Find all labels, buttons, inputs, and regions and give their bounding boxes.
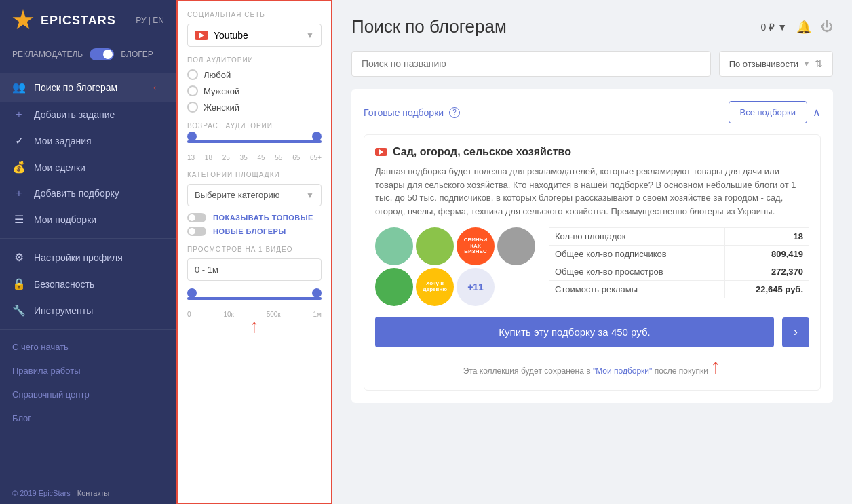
check-icon: ✓ bbox=[12, 134, 26, 147]
social-selected-value: Youtube bbox=[214, 30, 248, 41]
chevron-down-sort: ▼ bbox=[802, 59, 811, 69]
thumb-more[interactable]: +11 bbox=[457, 268, 495, 306]
stat-value: 809,419 bbox=[724, 246, 809, 263]
gender-female[interactable]: Женский bbox=[187, 102, 322, 113]
sidebar-item-label: Мои подборки bbox=[34, 214, 96, 225]
balance-display[interactable]: 0 ₽ ▼ bbox=[760, 22, 787, 33]
sort-select[interactable]: По отзывчивости ▼ ⇅ bbox=[719, 51, 833, 77]
sidebar-logo: EPICSTARS РУ | EN bbox=[0, 0, 176, 41]
show-top-label: ПОКАЗЫВАТЬ ТОПОВЫЕ bbox=[213, 214, 313, 222]
sidebar-item-my-tasks[interactable]: ✓ Мои задания bbox=[0, 128, 176, 154]
sidebar-item-add-task[interactable]: + Добавить задание bbox=[0, 102, 176, 128]
views-thumb-left[interactable] bbox=[187, 288, 197, 298]
blog-label: Блог bbox=[12, 413, 31, 423]
thumb-2 bbox=[416, 227, 454, 265]
copyright-text: © 2019 EpicStars bbox=[12, 489, 71, 497]
range-thumb-right[interactable] bbox=[312, 132, 322, 141]
help-label: Справочный центр bbox=[12, 389, 90, 400]
sidebar-item-tools[interactable]: 🔧 Инструменты bbox=[0, 297, 176, 324]
sidebar-item-search-bloggers[interactable]: 👥 Поиск по блогерам ← bbox=[0, 73, 176, 102]
collections-header: Готовые подборки ? Все подборки ∧ bbox=[364, 101, 821, 123]
social-network-label: СОЦИАЛЬНАЯ СЕТЬ bbox=[187, 11, 322, 18]
role-advertiser-label: РЕКЛАМОДАТЕЛЬ bbox=[12, 50, 83, 59]
start-label: С чего начать bbox=[12, 342, 69, 352]
role-blogger-label: БЛОГЕР bbox=[121, 50, 153, 59]
views-thumb-right[interactable] bbox=[312, 288, 322, 298]
stat-label: Общее кол-во подписчиков bbox=[549, 246, 725, 263]
yt-icon-card bbox=[375, 148, 387, 156]
exit-icon[interactable]: ⏻ bbox=[821, 20, 833, 34]
sidebar-item-my-deals[interactable]: 💰 Мои сделки bbox=[0, 154, 176, 180]
sidebar-item-profile-settings[interactable]: ⚙ Настройки профиля bbox=[0, 244, 176, 271]
age-label: ВОЗРАСТ АУДИТОРИИ bbox=[187, 122, 322, 130]
language-switcher[interactable]: РУ | EN bbox=[136, 16, 164, 25]
plus-icon: + bbox=[12, 109, 26, 121]
collection-thumbnails: СВИНЬИ КАК БИЗНЕС Хочу в Деревню +11 bbox=[375, 227, 535, 306]
gender-male[interactable]: Мужской bbox=[187, 85, 322, 96]
search-input[interactable] bbox=[351, 51, 711, 77]
lock-icon: 🔒 bbox=[12, 277, 26, 290]
sidebar-item-rules[interactable]: Правила работы bbox=[0, 359, 176, 383]
sidebar: EPICSTARS РУ | EN РЕКЛАМОДАТЕЛЬ БЛОГЕР 👥… bbox=[0, 0, 176, 504]
stat-value: 272,370 bbox=[724, 263, 809, 281]
sidebar-item-label: Мои сделки bbox=[34, 162, 85, 173]
collection-stats: Кол-во площадок 18 Общее кол-во подписчи… bbox=[549, 227, 809, 306]
collection-name: Сад, огород, сельское хозяйство bbox=[375, 146, 809, 158]
radio-circle bbox=[187, 69, 198, 80]
all-collections-button[interactable]: Все подборки bbox=[729, 101, 807, 123]
stat-value: 18 bbox=[724, 228, 809, 246]
gender-any[interactable]: Любой bbox=[187, 69, 322, 80]
social-network-select[interactable]: Youtube ▼ bbox=[187, 24, 322, 47]
plus-icon-2: + bbox=[12, 187, 26, 199]
collapse-icon[interactable]: ∧ bbox=[813, 106, 821, 119]
sidebar-item-my-collections[interactable]: ☰ Мои подборки bbox=[0, 206, 176, 233]
sidebar-item-start[interactable]: С чего начать bbox=[0, 335, 176, 359]
divider bbox=[0, 238, 176, 239]
divider-2 bbox=[0, 329, 176, 330]
new-bloggers-toggle[interactable] bbox=[187, 227, 206, 236]
collection-footer: Купить эту подборку за 450 руб. › bbox=[375, 317, 809, 347]
sidebar-item-label: Настройки профиля bbox=[34, 252, 123, 263]
toggle-knob bbox=[103, 50, 113, 59]
gender-female-label: Женский bbox=[204, 102, 239, 113]
sidebar-item-security[interactable]: 🔒 Безопасность bbox=[0, 271, 176, 297]
buy-collection-button[interactable]: Купить эту подборку за 450 руб. bbox=[375, 317, 774, 347]
note-after: после покупки bbox=[652, 366, 708, 376]
show-top-toggle[interactable] bbox=[187, 213, 206, 222]
role-toggle[interactable] bbox=[90, 48, 114, 60]
chevron-down-icon: ▼ bbox=[306, 31, 314, 40]
note-before: Эта коллекция будет сохранена в bbox=[463, 366, 593, 376]
notification-bell-icon[interactable]: 🔔 bbox=[796, 20, 811, 35]
stat-row: Общее кол-во подписчиков 809,419 bbox=[549, 246, 809, 263]
category-label: КАТЕГОРИИ ПЛОЩАДКИ bbox=[187, 171, 322, 178]
contacts-link[interactable]: Контакты bbox=[77, 489, 110, 497]
stat-row: Общее кол-во просмотров 272,370 bbox=[549, 263, 809, 281]
views-input[interactable] bbox=[187, 258, 322, 281]
play-triangle bbox=[199, 32, 204, 39]
collection-title-text: Сад, огород, сельское хозяйство bbox=[393, 146, 571, 158]
collection-description: Данная подборка будет полезна для реклам… bbox=[375, 165, 809, 218]
sidebar-item-blog[interactable]: Блог bbox=[0, 406, 176, 430]
category-select[interactable]: Выберите категорию ▼ bbox=[187, 184, 322, 206]
help-icon[interactable]: ? bbox=[449, 107, 460, 118]
filter-panel: СОЦИАЛЬНАЯ СЕТЬ Youtube ▼ ПОЛ АУДИТОРИИ … bbox=[176, 0, 332, 504]
toggle-knob-3 bbox=[189, 228, 195, 235]
gear-icon: ⚙ bbox=[12, 251, 26, 264]
my-collections-link[interactable]: "Мои подборки" bbox=[593, 366, 652, 376]
range-thumb-left[interactable] bbox=[187, 132, 197, 141]
sidebar-item-add-collection[interactable]: + Добавить подборку bbox=[0, 180, 176, 206]
views-range-slider[interactable] bbox=[187, 292, 322, 305]
stat-label: Кол-во площадок bbox=[549, 228, 725, 246]
age-marks: 13 18 25 35 45 55 65 65+ bbox=[187, 154, 322, 161]
next-button[interactable]: › bbox=[782, 317, 809, 347]
header-right: 0 ₽ ▼ 🔔 ⏻ bbox=[760, 20, 833, 35]
red-arrow-down-icon: ↑ bbox=[187, 315, 322, 337]
sidebar-item-help[interactable]: Справочный центр bbox=[0, 383, 176, 406]
list-icon: ☰ bbox=[12, 213, 26, 226]
show-top-toggle-row: ПОКАЗЫВАТЬ ТОПОВЫЕ bbox=[187, 213, 322, 222]
gender-radio-group: Любой Мужской Женский bbox=[187, 69, 322, 113]
gender-any-label: Любой bbox=[204, 70, 231, 80]
sidebar-footer: © 2019 EpicStars Контакты bbox=[0, 482, 176, 504]
age-range-slider[interactable] bbox=[187, 135, 322, 149]
collections-title-text: Готовые подборки bbox=[364, 107, 444, 118]
